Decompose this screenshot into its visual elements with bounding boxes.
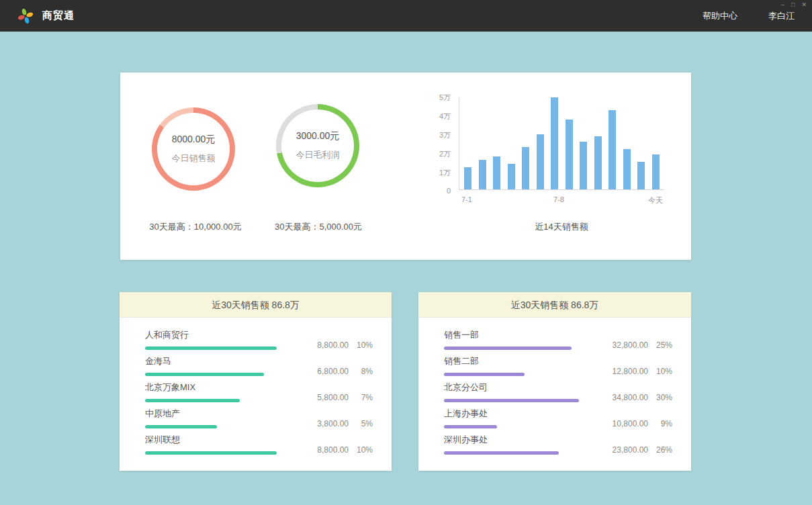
- rank-item-amount: 6,800.00: [306, 367, 349, 376]
- minimize-icon[interactable]: –: [781, 2, 784, 8]
- rank-item-percent: 30%: [648, 393, 672, 402]
- today-sales-donut-center: 8000.00元 今日销售额: [157, 113, 230, 185]
- rank-item-values: 5,800.00 7%: [306, 393, 373, 402]
- rank-item-bar: [145, 451, 277, 455]
- list-item: 上海办事处 10,800.00 9%: [444, 402, 672, 428]
- rank-item-percent: 5%: [349, 419, 373, 428]
- rank-item-values: 8,800.00 10%: [306, 340, 373, 350]
- rank-item-bar: [444, 373, 525, 376]
- rank-item-values: 34,800.00 30%: [605, 393, 672, 402]
- rank-item-amount: 23,800.00: [605, 445, 648, 455]
- rank-item-name: 中原地产: [145, 408, 288, 420]
- rank-item-values: 32,800.00 25%: [605, 340, 672, 350]
- today-sales-label: 今日销售额: [172, 152, 216, 165]
- today-profit-label: 今日毛利润: [296, 149, 340, 161]
- x-tick: 今天: [648, 195, 663, 205]
- daily-sales-bar: [508, 164, 515, 189]
- list-item: 销售一部 32,800.00 25%: [444, 324, 672, 350]
- rank-item-amount: 5,800.00: [306, 393, 349, 402]
- rank-item-main: 中原地产: [145, 408, 306, 428]
- daily-sales-y-axis: 5万 4万 3万 2万 1万 0: [416, 93, 451, 195]
- rank-item-bar: [145, 347, 277, 350]
- daily-sales-chart-title: 近14天销售额: [459, 221, 664, 233]
- rank-item-name: 销售一部: [444, 329, 588, 341]
- rank-item-percent: 26%: [648, 445, 672, 455]
- user-name-link[interactable]: 李白江: [768, 10, 795, 22]
- rank-item-amount: 34,800.00: [605, 393, 648, 402]
- today-profit-value: 3000.00元: [296, 130, 340, 142]
- rank-item-values: 8,800.00 10%: [306, 445, 373, 455]
- list-item: 金海马 6,800.00 8%: [145, 350, 373, 376]
- rank-item-name: 金海马: [145, 355, 288, 367]
- rank-item-amount: 8,800.00: [306, 340, 349, 350]
- daily-sales-bar: [652, 154, 660, 189]
- rank-item-main: 上海办事处: [444, 408, 605, 428]
- sales-30day-max-note: 30天最高：10,000.00元: [128, 221, 263, 233]
- y-tick: 3万: [416, 130, 451, 140]
- list-item: 中原地产 3,800.00 5%: [145, 402, 373, 428]
- daily-sales-bar: [493, 156, 500, 189]
- list-item: 深圳办事处 23,800.00 26%: [444, 428, 672, 455]
- department-ranking-list: 销售一部 32,800.00 25% 销售二部 12,800.00 10% 北京…: [418, 318, 691, 455]
- rank-item-percent: 8%: [349, 367, 373, 376]
- today-sales-value: 8000.00元: [172, 134, 216, 146]
- rank-item-main: 深圳联想: [145, 434, 306, 455]
- rank-item-bar: [145, 399, 240, 402]
- rank-item-values: 3,800.00 5%: [306, 419, 373, 428]
- x-tick: 7-1: [461, 195, 472, 203]
- rank-item-percent: 7%: [349, 393, 373, 402]
- rank-item-amount: 10,800.00: [605, 419, 648, 428]
- profit-30day-max-note: 30天最高：5,000.00元: [251, 221, 386, 233]
- rank-item-main: 北京万象MIX: [145, 381, 306, 402]
- department-ranking-header: 近30天销售额 86.8万: [418, 292, 691, 318]
- y-tick: 4万: [416, 111, 451, 122]
- rank-item-values: 12,800.00 10%: [605, 367, 672, 376]
- rank-item-name: 深圳办事处: [444, 434, 588, 446]
- rank-item-percent: 25%: [648, 340, 672, 350]
- today-profit-donut-center: 3000.00元 今日毛利润: [281, 109, 354, 182]
- rank-item-amount: 12,800.00: [605, 367, 648, 376]
- rank-item-main: 深圳办事处: [444, 434, 605, 455]
- y-tick: 5万: [416, 93, 451, 103]
- app-logo-pinwheel-icon: [17, 8, 34, 24]
- app-title: 商贸通: [42, 9, 75, 22]
- list-item: 深圳联想 8,800.00 10%: [145, 428, 373, 455]
- rank-item-bar: [145, 373, 264, 376]
- rank-item-values: 10,800.00 9%: [605, 419, 672, 428]
- daily-sales-bar: [479, 160, 486, 189]
- help-center-link[interactable]: 帮助中心: [703, 10, 737, 22]
- daily-sales-plot: [459, 97, 664, 190]
- department-ranking-card: 近30天销售额 86.8万 销售一部 32,800.00 25% 销售二部 12…: [418, 292, 691, 471]
- rank-item-main: 金海马: [145, 355, 306, 376]
- daily-sales-bar: [594, 136, 602, 189]
- rank-item-bar: [444, 451, 559, 455]
- customer-ranking-card: 近30天销售额 86.8万 人和商贸行 8,800.00 10% 金海马 6,8…: [120, 292, 392, 471]
- y-tick: 1万: [416, 168, 451, 178]
- rank-item-percent: 10%: [349, 445, 373, 455]
- daily-sales-bar: [551, 97, 558, 189]
- maximize-icon[interactable]: □: [791, 2, 795, 8]
- rank-item-name: 深圳联想: [145, 434, 288, 446]
- today-sales-donut-chart: 8000.00元 今日销售额: [152, 107, 235, 191]
- today-profit-donut-chart: 3000.00元 今日毛利润: [276, 104, 359, 187]
- y-tick: 2万: [416, 149, 451, 159]
- daily-sales-bar: [522, 147, 529, 189]
- rank-item-main: 销售二部: [444, 355, 605, 376]
- summary-card: 8000.00元 今日销售额 3000.00元 今日毛利润 30天最高：10,0…: [120, 73, 691, 260]
- titlebar: 商贸通 帮助中心 李白江 – □ ✕: [0, 0, 812, 32]
- list-item: 人和商贸行 8,800.00 10%: [145, 324, 373, 350]
- rank-item-amount: 3,800.00: [306, 419, 349, 428]
- rank-item-name: 北京万象MIX: [145, 381, 288, 394]
- close-icon[interactable]: ✕: [801, 2, 807, 8]
- daily-sales-bar: [464, 167, 471, 189]
- rank-item-bar: [444, 399, 579, 402]
- rank-item-main: 北京分公司: [444, 381, 605, 402]
- list-item: 北京万象MIX 5,800.00 7%: [145, 376, 373, 402]
- rank-item-main: 销售一部: [444, 329, 605, 350]
- rank-item-name: 北京分公司: [444, 381, 588, 394]
- x-tick: 7-8: [553, 195, 564, 203]
- rank-item-name: 销售二部: [444, 355, 588, 367]
- rank-item-amount: 32,800.00: [605, 340, 648, 350]
- daily-sales-bar: [637, 162, 645, 189]
- rank-item-percent: 10%: [349, 340, 373, 350]
